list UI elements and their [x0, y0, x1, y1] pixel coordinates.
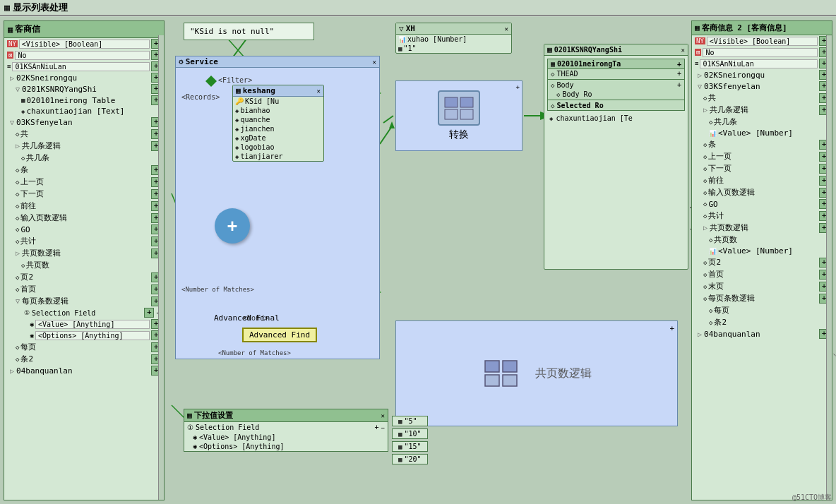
keshang-bianhao: bianhao	[240, 107, 270, 114]
sr-pages-label: 共页数逻辑	[710, 222, 748, 233]
sr-next-item[interactable]: ◇ 下一页 +	[692, 162, 832, 174]
sr-perpage-item[interactable]: ◇ 每页条数逻辑 +	[692, 292, 832, 304]
sl-gongji-item[interactable]: ▷ 共几条逻辑 +	[4, 140, 164, 152]
keshang-header: ▦ keshang ✕	[233, 85, 323, 97]
sl-mei-item[interactable]: ◇ 每页 +	[4, 341, 164, 353]
sel-value-label: <Value> [Anything]	[199, 433, 275, 441]
sl-chaxun-item[interactable]: ◈ chaxuntiaojian [Text]	[4, 106, 164, 116]
sl-gong-item[interactable]: ◇ 共 +	[4, 128, 164, 140]
sr-tiao-item[interactable]: ◇ 条 +	[692, 138, 832, 150]
sr-prev-icon: ◇	[703, 153, 707, 160]
sl-goto-item[interactable]: ◇ 前往 +	[4, 200, 164, 212]
sl-yangshi-item[interactable]: ▽ 0201KSNRQYangShi +	[4, 83, 164, 95]
sr-pages2-item[interactable]: ◇ 共页数	[692, 234, 832, 246]
keshang-field-bianhao: ◈ bianhao	[233, 106, 323, 115]
val-btn-15[interactable]: ▦ "15"	[392, 441, 428, 452]
keshang-tianjiarer: tianjiarer	[240, 152, 282, 160]
xh-title: XH	[406, 24, 415, 33]
sr-total-item[interactable]: ◇ 共计 +	[692, 210, 832, 222]
sl-home-item[interactable]: ◇ 首页 +	[4, 283, 164, 295]
sr-gongji2-item[interactable]: ◇ 共几条	[692, 116, 832, 128]
val-btn-5[interactable]: ▦ "5"	[392, 416, 428, 426]
null-check-text: "KSid is not null"	[190, 27, 274, 36]
sl-banquanlan-item[interactable]: ▷ 04banquanlan +	[4, 365, 164, 376]
val-btn-20[interactable]: ▦ "20"	[392, 454, 428, 464]
val-btn-10[interactable]: ▦ "10"	[392, 428, 428, 439]
sel-options-star: ✱	[193, 443, 197, 450]
sr-fenyelan-item[interactable]: ▽ 03KSfenyelan +	[692, 80, 832, 92]
sr-gong-label: 共	[708, 92, 716, 103]
thead-row: ◇ THEAD +	[548, 69, 684, 78]
sl-input-item[interactable]: ◇ 输入页数逻辑 +	[4, 212, 164, 224]
sr-banquanlan-item[interactable]: ▷ 04banquanlan +	[692, 328, 832, 340]
sr-tiao2-item[interactable]: ◇ 条2	[692, 316, 832, 328]
paging-add-icon[interactable]: +	[669, 324, 674, 333]
sl-perpage-item[interactable]: ▽ 每页条数逻辑 +	[4, 295, 164, 307]
keshang-field-logobiao: ◈ logobiao	[233, 143, 323, 152]
sidebar-left-scrollbar[interactable]	[158, 35, 164, 500]
xh-panel: ▽ XH ✕ 📊 xuhao [Number] ▦ "1"	[395, 23, 512, 54]
service-add-button[interactable]: +	[215, 208, 250, 244]
sl-total-item[interactable]: ◇ 共计 +	[4, 235, 164, 247]
sl-neirongqu-expand: ▷	[10, 74, 14, 82]
sl-gongji2-label: 共几条	[26, 152, 49, 163]
transform-expand-icon[interactable]: +	[516, 83, 520, 90]
sr-mei-item[interactable]: ◇ 每页	[692, 304, 832, 316]
sr-p2-item[interactable]: ◇ 页2 +	[692, 256, 832, 268]
sr-prev-item[interactable]: ◇ 上一页 +	[692, 150, 832, 162]
sl-table-item[interactable]: ▦ 020101neirong Table +	[4, 95, 164, 106]
sidebar-right-scrollbar[interactable]	[826, 35, 832, 500]
sr-go-item[interactable]: ◇ GO +	[692, 198, 832, 210]
sl-go-item[interactable]: ◇ GO +	[4, 224, 164, 235]
keshang-logobiao: logobiao	[240, 143, 274, 151]
advanced-find-button[interactable]: Advanced Find	[242, 328, 317, 342]
svg-line-3	[383, 116, 393, 123]
right-inner-title: 020101neirongTa	[557, 60, 621, 68]
sr-gongji-item[interactable]: ▷ 共几条逻辑 +	[692, 104, 832, 116]
sr-gong-item[interactable]: ◇ 共 +	[692, 92, 832, 104]
sl-neirongqu-item[interactable]: ▷ 02KSneirongqu +	[4, 72, 164, 83]
service-close-icon[interactable]: ✕	[373, 59, 376, 66]
sr-pages2-label: 共页数	[714, 234, 737, 245]
sr-mei-label: 每页	[714, 305, 729, 316]
selected-row: ◇ Selected Ro	[548, 101, 684, 110]
sl-chaxun-icon: ◈	[21, 108, 25, 115]
sr-no-row: ⊠ No +	[692, 47, 832, 58]
sl-prev-item[interactable]: ◇ 上一页 +	[4, 176, 164, 188]
sr-input-item[interactable]: ◇ 输入页数逻辑 +	[692, 186, 832, 198]
sr-pages-item[interactable]: ▷ 共页数逻辑 +	[692, 222, 832, 234]
val-btn-15-icon: ▦	[398, 443, 402, 450]
sl-pages-item[interactable]: ▷ 共页数逻辑 +	[4, 247, 164, 259]
paging-label: 共页数逻辑	[535, 366, 592, 381]
sl-p2-item[interactable]: ◇ 页2 +	[4, 271, 164, 283]
keshang-close-icon[interactable]: ✕	[317, 88, 321, 95]
sl-banquanlan-label: 04banquanlan	[16, 366, 72, 376]
down-val-close[interactable]: ✕	[381, 412, 385, 419]
thead-plus[interactable]: +	[677, 70, 681, 78]
sl-tiao-item[interactable]: ◇ 条 +	[4, 164, 164, 176]
xh-close-icon[interactable]: ✕	[505, 25, 508, 32]
sr-qianwang-item[interactable]: ◇ 前往 +	[692, 174, 832, 186]
right-main-close-icon[interactable]: ✕	[681, 47, 685, 54]
body-plus[interactable]: +	[677, 81, 681, 89]
right-inner-close[interactable]: +	[677, 60, 681, 68]
sr-niulan-row: ≡ 01KSAnNiuLan +	[692, 58, 832, 69]
sl-total-icon: ◇	[16, 238, 19, 245]
sl-selfield-icon: ①	[24, 309, 30, 316]
sr-home-item[interactable]: ◇ 首页 +	[692, 268, 832, 280]
sel-field-plus1[interactable]: +	[375, 424, 379, 431]
sr-neirongqu-item[interactable]: ▷ 02KSneirongqu +	[692, 69, 832, 80]
sr-p2-icon: ◇	[703, 259, 707, 266]
sl-fenyelan-item[interactable]: ▽ 03KSfenyelan +	[4, 116, 164, 128]
val-btn-group: ▦ "5" ▦ "10" ▦ "15" ▦ "20"	[392, 416, 428, 464]
sel-field-minus1[interactable]: −	[381, 424, 385, 431]
sr-end-item[interactable]: ◇ 末页 +	[692, 280, 832, 292]
sl-home-label: 首页	[20, 284, 36, 294]
sl-pages2-item[interactable]: ◇ 共页数	[4, 259, 164, 271]
sl-selfield-plus[interactable]: +	[144, 308, 154, 318]
sel-options-row: ✱ <Options> [Anything]	[184, 442, 388, 451]
sl-next-item[interactable]: ◇ 下一页 +	[4, 188, 164, 200]
sl-tiao2-item[interactable]: ◇ 条2 +	[4, 353, 164, 365]
sl-gongji2-item[interactable]: ◇ 共几条	[4, 152, 164, 164]
sl-mei-label: 每页	[20, 342, 36, 352]
